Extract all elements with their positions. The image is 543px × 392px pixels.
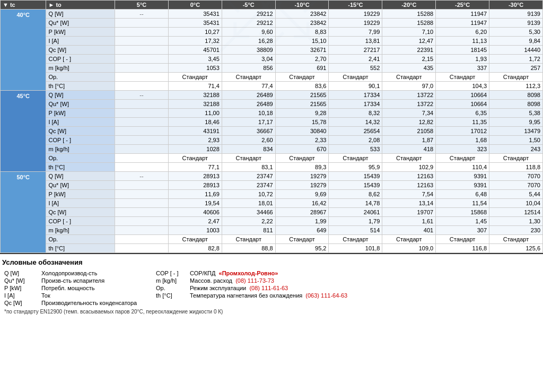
data-cell: 27217 (329, 46, 382, 55)
data-cell: 9139 (489, 10, 543, 19)
data-cell: 17012 (436, 127, 489, 136)
data-cell: 533 (329, 145, 382, 154)
data-cell: 1,99 (275, 217, 329, 226)
data-cell: 19279 (275, 181, 329, 190)
data-cell: 36667 (222, 127, 275, 136)
table-row: Qc [W]4060634466289672406119707158681251… (1, 208, 543, 217)
legend-key2: COP [ - ] (145, 269, 188, 277)
data-cell (115, 217, 169, 226)
data-cell: Стандарт (489, 235, 543, 244)
data-cell (115, 244, 169, 253)
data-cell: 90,1 (329, 82, 382, 91)
data-cell (115, 190, 169, 199)
legend-row: I [A]Токth [°C]Температура нагнетания бе… (2, 292, 541, 299)
legend-value: Холодопроизвод-сть (39, 269, 145, 277)
data-cell: 13479 (489, 127, 543, 136)
data-cell (115, 136, 169, 145)
data-cell: 15439 (329, 172, 382, 181)
data-cell: Стандарт (436, 235, 489, 244)
legend-value: Ток (39, 292, 145, 299)
table-row: Qc [W]4319136667308402565421058170121347… (1, 127, 543, 136)
data-cell: 88,8 (222, 244, 275, 253)
table-row: P [kW]11,0010,189,288,327,346,355,38 (1, 109, 543, 118)
data-cell: 337 (436, 64, 489, 73)
row-label: COP [ - ] (46, 136, 115, 145)
legend-key: P [kW] (2, 284, 39, 292)
row-label: Qu* [W] (46, 181, 115, 190)
data-cell: 16,28 (222, 37, 275, 46)
table-row: I [A]19,5418,0116,4214,7813,1411,5410,04 (1, 199, 543, 208)
data-cell: 670 (275, 145, 329, 154)
data-cell: 649 (275, 226, 329, 235)
row-label: Q [W] (46, 10, 115, 19)
row-label: Op. (46, 235, 115, 244)
table-row: Qc [W]4570138809326712721722391181451444… (1, 46, 543, 55)
legend-key: Qu* [W] (2, 277, 39, 284)
table-row: Qu* [W]321882648921565173341372210664809… (1, 100, 543, 109)
data-cell: 18,46 (168, 118, 222, 127)
data-cell (115, 55, 169, 64)
row-label: Qc [W] (46, 208, 115, 217)
data-cell (115, 82, 169, 91)
data-cell (115, 235, 169, 244)
data-cell: 21565 (275, 100, 329, 109)
data-cell: 104,3 (436, 82, 489, 91)
table-header-row: ▼ tc ► to 5°C 0°C -5°C -10°C -15°C -20°C… (1, 1, 543, 10)
data-cell: 9,84 (489, 37, 543, 46)
data-cell: 1,72 (489, 55, 543, 64)
header-col-6: -25°C (436, 1, 489, 10)
data-cell: Стандарт (222, 154, 275, 163)
row-label: Op. (46, 73, 115, 82)
table-row: th [°C]71,477,483,690,197,0104,3112,3 (1, 82, 543, 91)
row-label: I [A] (46, 37, 115, 46)
data-cell: 110,4 (436, 163, 489, 172)
data-cell: 1,45 (436, 217, 489, 226)
data-cell: 14440 (489, 46, 543, 55)
data-cell: 5,30 (489, 28, 543, 37)
table-row: Op.СтандартСтандартСтандартСтандартСтанд… (1, 73, 543, 82)
data-cell: 7,10 (382, 28, 436, 37)
row-label: COP [ - ] (46, 55, 115, 64)
data-cell: 95,9 (329, 163, 382, 172)
header-col-4: -15°C (329, 1, 382, 10)
row-label: m [kg/h] (46, 226, 115, 235)
row-label: th [°C] (46, 244, 115, 253)
data-cell: 28913 (168, 181, 222, 190)
data-cell (115, 226, 169, 235)
data-cell: 32188 (168, 91, 222, 100)
data-cell: 11947 (436, 19, 489, 28)
data-cell: 14,78 (329, 199, 382, 208)
row-label: I [A] (46, 118, 115, 127)
data-cell: 2,15 (382, 55, 436, 64)
data-cell (115, 163, 169, 172)
data-cell: 11,35 (436, 118, 489, 127)
table-row: COP [ - ]2,472,221,991,791,611,451,30 (1, 217, 543, 226)
data-cell: 13,81 (329, 37, 382, 46)
table-row: Qu* [W]354312921223842192291528811947913… (1, 19, 543, 28)
data-cell: 8,32 (329, 109, 382, 118)
data-cell: 19229 (329, 10, 382, 19)
data-cell: 16,42 (275, 199, 329, 208)
data-cell: 83,6 (275, 82, 329, 91)
data-cell: 15439 (329, 181, 382, 190)
data-cell (115, 127, 169, 136)
legend-value2: Температура нагнетания без охлаждения (0… (188, 292, 541, 299)
data-cell: 22391 (382, 46, 436, 55)
data-cell: 1053 (168, 64, 222, 73)
data-cell: 21058 (382, 127, 436, 136)
data-cell: 2,47 (168, 217, 222, 226)
legend-value2: Режим эксплуатации (08) 111-61-63 (188, 284, 541, 292)
data-cell: 9391 (436, 172, 489, 181)
row-label: P [kW] (46, 28, 115, 37)
data-cell: 8098 (489, 100, 543, 109)
data-cell (115, 19, 169, 28)
data-cell: 10,72 (222, 190, 275, 199)
data-cell: 1,61 (382, 217, 436, 226)
data-cell (115, 37, 169, 46)
row-label: P [kW] (46, 109, 115, 118)
data-cell: 3,45 (168, 55, 222, 64)
row-label: Op. (46, 154, 115, 163)
header-col-0: 5°C (115, 1, 169, 10)
data-cell: Стандарт (329, 235, 382, 244)
data-cell: 8,62 (329, 190, 382, 199)
